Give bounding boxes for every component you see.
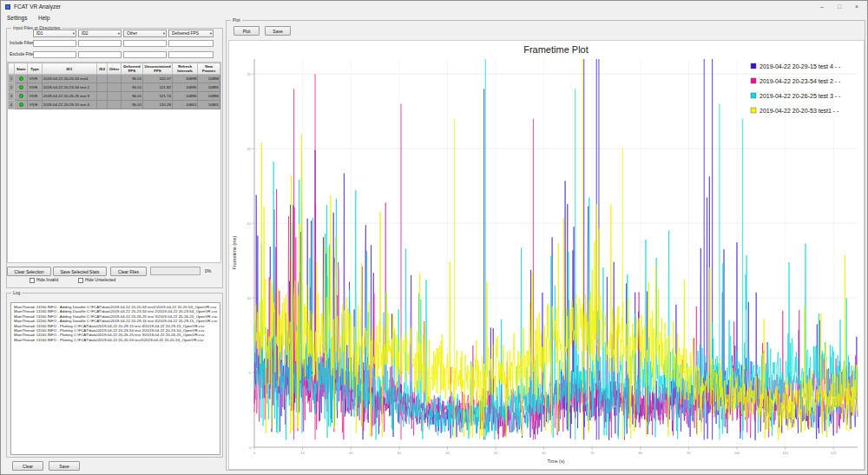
cell-refresh[interactable]: 10896 — [172, 92, 198, 101]
save-selected-stats-button[interactable]: Save Selected Stats — [53, 267, 107, 276]
exclude-filter-input-4[interactable] — [168, 51, 214, 58]
hide-invalid-label: Hide Invalid — [36, 278, 58, 282]
row-number[interactable]: 2 — [9, 83, 15, 92]
row-number[interactable]: 1 — [9, 75, 15, 83]
plot-save-button[interactable]: Save — [265, 26, 291, 36]
column-header-other[interactable]: Other — [108, 63, 121, 75]
cell-type[interactable]: VIVE — [28, 92, 42, 101]
cell-id1[interactable]: 2019-04-22 20-20-53 test1 — [42, 75, 96, 83]
row-number[interactable]: 3 — [9, 92, 15, 101]
hide-unselected-checkbox[interactable] — [78, 278, 83, 283]
maximize-button[interactable]: □ — [832, 2, 846, 11]
column-header-new_frames[interactable]: New Frames — [198, 63, 220, 75]
close-button[interactable]: × — [850, 2, 864, 11]
include-filter-label: Include Filter — [10, 41, 33, 45]
table-row[interactable]: 1VIVE2019-04-22 20-20-53 test190.01120.3… — [9, 75, 220, 83]
cell-id1[interactable]: 2019-04-22 20-29-15 test 4 — [42, 101, 96, 109]
cell-state[interactable] — [15, 101, 28, 109]
cell-other[interactable] — [108, 92, 121, 101]
legend-swatch — [751, 108, 756, 113]
cell-other[interactable] — [108, 101, 121, 109]
cell-state[interactable] — [15, 75, 28, 83]
cell-unconstrained[interactable]: 121.74 — [143, 92, 173, 101]
include-filter-input-4[interactable] — [168, 40, 214, 47]
cell-unconstrained[interactable]: 121.82 — [143, 83, 173, 92]
log-clear-button[interactable]: Clear — [12, 461, 43, 471]
cell-type[interactable]: VIVE — [28, 75, 42, 83]
column-header-id1[interactable]: ID1 — [42, 63, 96, 75]
cell-new_frames[interactable]: 10895 — [198, 83, 220, 92]
log-save-button[interactable]: Save — [49, 461, 80, 471]
column-header-refresh[interactable]: Refresh Intervals — [172, 63, 198, 75]
app-icon — [5, 4, 10, 10]
filter-combo-other[interactable]: Other ▾ — [123, 30, 167, 37]
exclude-filter-input-1[interactable] — [33, 51, 76, 58]
cell-refresh[interactable]: 10801 — [172, 101, 198, 109]
menu-settings[interactable]: Settings — [4, 14, 30, 22]
filter-combo-id1[interactable]: ID1 ▾ — [33, 30, 76, 37]
cell-state[interactable] — [15, 92, 28, 101]
status-ok-icon — [19, 94, 23, 98]
svg-text:10: 10 — [300, 451, 305, 455]
cell-other[interactable] — [108, 83, 121, 92]
cell-id2[interactable] — [97, 75, 108, 83]
menu-help[interactable]: Help — [36, 14, 52, 22]
cell-refresh[interactable]: 10895 — [172, 83, 198, 92]
include-filter-input-3[interactable] — [123, 40, 167, 47]
legend-label: 2019-04-22 20-23-54 test 2 - - — [760, 78, 841, 84]
column-header-state[interactable]: State — [15, 63, 28, 75]
minimize-button[interactable]: – — [815, 2, 829, 11]
cell-unconstrained[interactable]: 120.28 — [143, 101, 173, 109]
cell-id1[interactable]: 2019-04-22 20-26-25 test 3 — [42, 92, 96, 101]
cell-delivered[interactable]: 90.01 — [121, 101, 143, 109]
cell-id2[interactable] — [97, 92, 108, 101]
svg-text:15: 15 — [247, 221, 252, 226]
filter-combo-other-label: Other — [127, 31, 137, 36]
include-filter-input-2[interactable] — [78, 40, 122, 47]
column-header-delivered[interactable]: Delivered FPS — [121, 63, 143, 75]
exclude-filter-input-3[interactable] — [123, 51, 167, 58]
column-header-unconstrained[interactable]: Unconstrained FPS — [143, 63, 173, 75]
cell-other[interactable] — [108, 75, 121, 83]
legend-swatch — [751, 93, 756, 98]
status-ok-icon — [19, 102, 23, 107]
cell-id2[interactable] — [97, 101, 108, 109]
svg-text:90: 90 — [687, 451, 691, 455]
cell-id1[interactable]: 2019-04-22 20-23-54 test 2 — [42, 83, 96, 92]
files-table-wrap: StateTypeID1ID2OtherDelivered FPSUnconst… — [7, 62, 221, 263]
plot-button[interactable]: Plot — [233, 26, 260, 36]
svg-text:80: 80 — [639, 451, 643, 455]
cell-new_frames[interactable]: 10896 — [198, 92, 220, 101]
hide-invalid-checkbox[interactable] — [30, 278, 35, 283]
cell-type[interactable]: VIVE — [28, 83, 42, 92]
include-filter-input-1[interactable] — [33, 40, 76, 47]
row-number[interactable]: 4 — [9, 101, 15, 109]
clear-files-button[interactable]: Clear Files — [110, 267, 147, 276]
hide-unselected-label: Hide Unselected — [85, 278, 115, 282]
exclude-filter-input-2[interactable] — [78, 51, 122, 58]
svg-text:100: 100 — [734, 451, 740, 455]
filter-combo-delivered-fps[interactable]: Delivered FPS ▾ — [168, 30, 214, 37]
cell-new_frames[interactable]: 10898 — [198, 75, 220, 83]
legend-label: 2019-04-22 20-26-25 test 3 - - — [760, 93, 841, 99]
cell-state[interactable] — [15, 83, 28, 92]
cell-type[interactable]: VIVE — [28, 101, 42, 109]
filter-combo-id2[interactable]: ID2 ▾ — [78, 30, 122, 37]
column-header-type[interactable]: Type — [28, 63, 42, 75]
cell-delivered[interactable]: 90.01 — [121, 75, 143, 83]
legend-label: 2019-04-22 20-29-15 test 4 - - — [760, 63, 841, 69]
cell-id2[interactable] — [97, 83, 108, 92]
filter-combo-delivered-fps-label: Delivered FPS — [172, 31, 199, 36]
column-header-id2[interactable]: ID2 — [97, 63, 108, 75]
cell-new_frames[interactable]: 10801 — [198, 101, 220, 109]
table-row[interactable]: 2VIVE2019-04-22 20-23-54 test 290.01121.… — [9, 83, 220, 92]
clear-selection-button[interactable]: Clear Selection — [7, 267, 51, 276]
cell-delivered[interactable]: 90.01 — [121, 83, 143, 92]
cell-unconstrained[interactable]: 120.37 — [143, 75, 173, 83]
cell-refresh[interactable]: 10898 — [172, 75, 198, 83]
table-row[interactable]: 4VIVE2019-04-22 20-29-15 test 490.01120.… — [9, 101, 220, 109]
svg-text:25: 25 — [247, 72, 252, 76]
cell-delivered[interactable]: 90.01 — [121, 92, 143, 101]
table-row[interactable]: 3VIVE2019-04-22 20-26-25 test 390.01121.… — [9, 92, 220, 101]
column-header-num[interactable] — [9, 63, 15, 75]
